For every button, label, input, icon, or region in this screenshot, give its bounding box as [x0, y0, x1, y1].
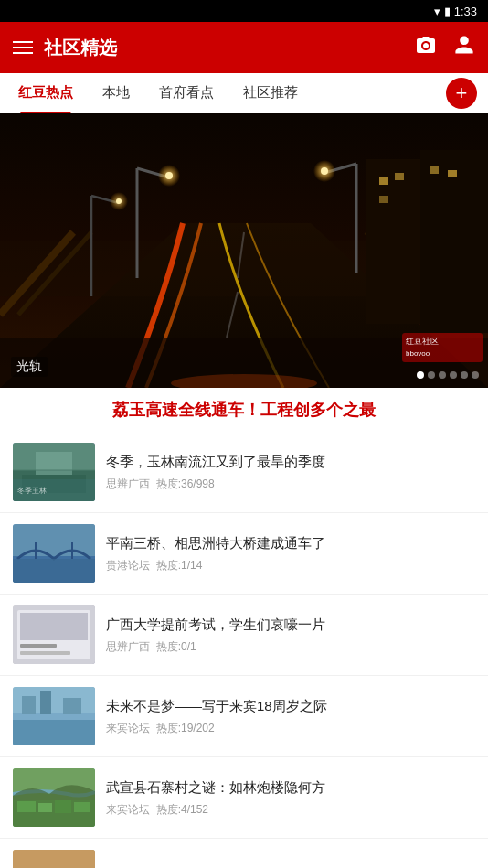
svg-text:冬季玉林: 冬季玉林 — [17, 487, 47, 495]
svg-point-17 — [116, 198, 122, 204]
svg-rect-50 — [20, 613, 88, 640]
tab-redhot[interactable]: 红豆热点 — [4, 73, 88, 113]
svg-rect-26 — [379, 177, 388, 185]
hero-banner: 红豆社区 bbovoo 光轨 — [0, 113, 488, 388]
svg-rect-39 — [36, 452, 72, 475]
svg-text:bbovoo: bbovoo — [406, 349, 430, 358]
top-nav: 社区精选 — [0, 22, 488, 73]
svg-rect-62 — [38, 803, 52, 812]
news-title-5: 武宣县石寨村之谜：如林炮楼隐何方 — [106, 777, 475, 797]
tab-local[interactable]: 本地 — [88, 73, 144, 113]
news-title-4: 未来不是梦——写于来宾18周岁之际 — [106, 696, 475, 715]
news-thumb-3 — [13, 605, 95, 664]
svg-rect-56 — [22, 696, 36, 714]
hero-dot-1[interactable] — [417, 371, 424, 379]
news-thumb-2 — [13, 524, 95, 583]
news-content-3: 广西大学提前考试，学生们哀嚎一片 思辨广西 热度:0/1 — [106, 615, 475, 655]
hero-dot-5[interactable] — [461, 371, 468, 379]
news-title-1: 冬季，玉林南流江又到了最旱的季度 — [106, 452, 475, 471]
headline-section[interactable]: 荔玉高速全线通车！工程创多个之最 — [0, 388, 488, 432]
svg-point-21 — [321, 167, 328, 175]
news-content-5: 武宣县石寨村之谜：如林炮楼隐何方 来宾论坛 热度:4/152 — [106, 777, 475, 818]
tab-bar: 红豆热点 本地 首府看点 社区推荐 + — [0, 73, 488, 113]
profile-button[interactable] — [453, 34, 475, 61]
svg-rect-57 — [40, 691, 51, 714]
news-content-4: 未来不是梦——写于来宾18周岁之际 来宾论坛 热度:19/202 — [106, 696, 475, 736]
news-meta-5: 来宾论坛 热度:4/152 — [106, 802, 475, 818]
news-meta-2: 贵港论坛 热度:1/14 — [106, 558, 475, 573]
news-item-4[interactable]: 未来不是梦——写于来宾18周岁之际 来宾论坛 热度:19/202 — [0, 676, 488, 757]
svg-rect-61 — [17, 801, 36, 812]
menu-button[interactable] — [13, 41, 33, 54]
svg-rect-27 — [395, 173, 404, 180]
camera-button[interactable] — [415, 34, 437, 61]
svg-rect-29 — [430, 166, 439, 174]
news-meta-1: 思辨广西 热度:36/998 — [106, 477, 475, 492]
tab-capital[interactable]: 首府看点 — [144, 73, 228, 113]
hero-dot-4[interactable] — [450, 371, 457, 379]
svg-rect-64 — [74, 802, 90, 812]
news-title-3: 广西大学提前考试，学生们哀嚎一片 — [106, 615, 475, 634]
hero-dots — [417, 371, 479, 379]
news-content-1: 冬季，玉林南流江又到了最旱的季度 思辨广西 热度:36/998 — [106, 452, 475, 492]
news-title-2: 平南三桥、相思洲特大桥建成通车了 — [106, 533, 475, 552]
top-nav-left: 社区精选 — [13, 36, 117, 60]
svg-point-13 — [165, 172, 173, 179]
status-icons: ▾ ▮ 1:33 — [434, 5, 477, 18]
svg-rect-30 — [448, 170, 457, 177]
news-item-1[interactable]: 冬季玉林 冬季，玉林南流江又到了最旱的季度 思辨广西 热度:36/998 — [0, 432, 488, 513]
news-item-6[interactable]: 此处加载更多内容 — [0, 839, 488, 868]
headline-text: 荔玉高速全线通车！工程创多个之最 — [15, 399, 473, 421]
svg-rect-65 — [13, 850, 95, 868]
news-item-3[interactable]: 广西大学提前考试，学生们哀嚎一片 思辨广西 热度:0/1 — [0, 595, 488, 676]
svg-text:红豆社区: 红豆社区 — [406, 337, 439, 346]
svg-rect-28 — [379, 196, 388, 203]
news-list: 冬季玉林 冬季，玉林南流江又到了最旱的季度 思辨广西 热度:36/998 — [0, 432, 488, 868]
hero-dot-6[interactable] — [472, 371, 479, 379]
hero-caption: 光轨 — [11, 357, 48, 377]
news-item-2[interactable]: 平南三桥、相思洲特大桥建成通车了 贵港论坛 热度:1/14 — [0, 513, 488, 595]
news-item-5[interactable]: 武宣县石寨村之谜：如林炮楼隐何方 来宾论坛 热度:4/152 — [0, 757, 488, 839]
time-display: 1:33 — [454, 5, 477, 18]
svg-rect-63 — [55, 800, 71, 813]
hero-dot-2[interactable] — [428, 371, 435, 379]
news-content-2: 平南三桥、相思洲特大桥建成通车了 贵港论坛 热度:1/14 — [106, 533, 475, 573]
hero-dot-3[interactable] — [439, 371, 446, 379]
news-thumb-6 — [13, 850, 95, 868]
status-bar: ▾ ▮ 1:33 — [0, 0, 488, 22]
news-thumb-5 — [13, 768, 95, 827]
svg-rect-52 — [20, 651, 70, 655]
news-meta-3: 思辨广西 热度:0/1 — [106, 639, 475, 655]
svg-rect-51 — [20, 644, 57, 648]
wifi-icon: ▾ — [434, 5, 440, 18]
nav-title: 社区精选 — [44, 36, 117, 60]
top-nav-right — [415, 34, 475, 61]
news-thumb-1: 冬季玉林 — [13, 443, 95, 501]
battery-icon: ▮ — [444, 5, 451, 18]
hero-image: 红豆社区 bbovoo — [0, 113, 488, 388]
news-thumb-4 — [13, 687, 95, 745]
add-tab-button[interactable]: + — [446, 78, 477, 109]
news-meta-4: 来宾论坛 热度:19/202 — [106, 721, 475, 736]
svg-rect-47 — [13, 559, 95, 583]
svg-rect-58 — [63, 698, 81, 714]
tab-community[interactable]: 社区推荐 — [228, 73, 313, 113]
